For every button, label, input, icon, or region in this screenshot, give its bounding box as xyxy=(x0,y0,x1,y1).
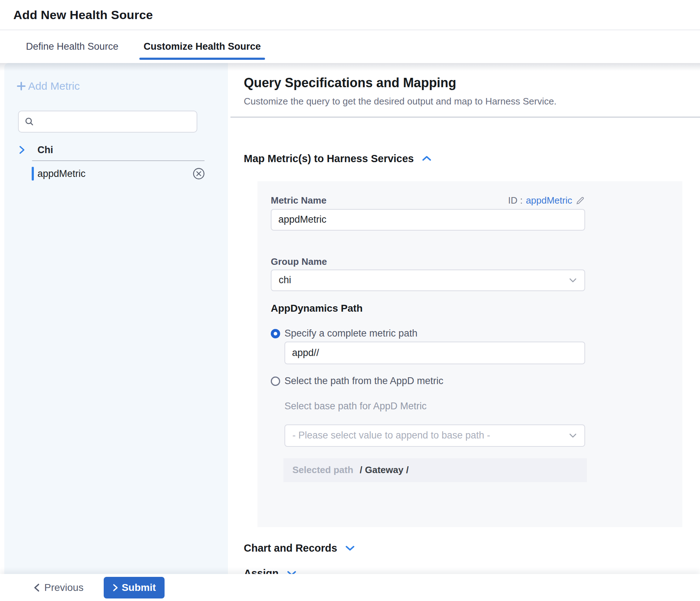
dialog-body: Add Metric Chi appdMetric xyxy=(0,63,700,574)
radio-select-label: Select the path from the AppD metric xyxy=(284,375,443,387)
submit-label: Submit xyxy=(122,582,156,593)
add-health-source-dialog: Add New Health Source Define Health Sour… xyxy=(0,0,700,601)
group-name-label: Group Name xyxy=(271,256,327,267)
metric-group-label: Chi xyxy=(37,144,53,156)
metric-name-row: Metric Name ID : appdMetric xyxy=(271,195,585,206)
tab-customize-health-source[interactable]: Customize Health Source xyxy=(139,30,265,63)
metric-id-value[interactable]: appdMetric xyxy=(526,195,572,206)
metrics-sidebar: Add Metric Chi appdMetric xyxy=(4,63,228,574)
radio-specify-label: Specify a complete metric path xyxy=(284,328,417,339)
metric-name-input[interactable] xyxy=(271,209,585,231)
group-name-value: chi xyxy=(279,275,291,286)
add-metric-button[interactable]: Add Metric xyxy=(16,80,80,92)
previous-label: Previous xyxy=(44,582,84,593)
selected-path-box: Selected path / Gateway / xyxy=(283,458,587,482)
metric-id-prefix: ID : xyxy=(508,195,522,206)
base-path-select[interactable]: - Please select value to append to base … xyxy=(284,424,585,447)
plus-icon xyxy=(16,81,26,91)
tab-define-label: Define Health Source xyxy=(26,41,118,52)
metric-item-label: appdMetric xyxy=(37,168,86,179)
group-divider xyxy=(32,160,205,161)
radio-select-appd-path[interactable]: Select the path from the AppD metric xyxy=(271,376,682,386)
chevron-right-icon xyxy=(19,145,25,155)
map-metrics-title: Map Metric(s) to Harness Services xyxy=(244,153,414,165)
submit-button[interactable]: Submit xyxy=(104,577,165,598)
chevron-down-icon xyxy=(345,544,355,552)
base-path-placeholder: - Please select value to append to base … xyxy=(292,430,490,441)
selected-metric-indicator xyxy=(32,167,34,181)
section-divider xyxy=(230,117,700,117)
remove-metric-button[interactable] xyxy=(192,167,205,180)
chevron-up-icon xyxy=(422,155,432,163)
radio-selected-icon[interactable] xyxy=(271,329,280,338)
page-title: Add New Health Source xyxy=(13,8,153,22)
search-icon xyxy=(24,117,34,126)
metric-name-label: Metric Name xyxy=(271,195,327,206)
tab-customize-label: Customize Health Source xyxy=(144,41,261,52)
metric-group-chi[interactable]: Chi xyxy=(19,144,228,155)
tab-bar: Define Health Source Customize Health So… xyxy=(0,30,700,63)
active-tab-indicator xyxy=(139,58,265,60)
chevron-left-icon xyxy=(33,583,40,592)
chevron-down-icon xyxy=(569,433,577,438)
radio-specify-metric-path[interactable]: Specify a complete metric path xyxy=(271,329,682,339)
metric-search-input[interactable] xyxy=(39,116,191,127)
section-title: Query Specifications and Mapping xyxy=(244,75,700,90)
selected-path-label: Selected path xyxy=(292,464,353,476)
chevron-right-icon xyxy=(112,583,118,592)
chevron-down-icon xyxy=(569,277,577,283)
metric-search-box xyxy=(18,111,197,133)
dialog-footer: Previous Submit xyxy=(0,574,700,601)
selected-path-value: / Gateway / xyxy=(360,464,409,476)
map-metrics-section-header[interactable]: Map Metric(s) to Harness Services xyxy=(244,153,700,165)
previous-button[interactable]: Previous xyxy=(33,582,84,593)
metric-list-item[interactable]: appdMetric xyxy=(32,166,205,181)
metric-path-input[interactable] xyxy=(284,342,585,364)
chart-records-section-header[interactable]: Chart and Records xyxy=(244,542,700,554)
group-name-select[interactable]: chi xyxy=(271,270,585,291)
base-path-label: Select base path for AppD Metric xyxy=(284,401,682,411)
radio-unselected-icon[interactable] xyxy=(271,377,280,386)
appd-path-title: AppDynamics Path xyxy=(271,303,682,314)
chart-records-title: Chart and Records xyxy=(244,542,337,554)
add-metric-label: Add Metric xyxy=(28,80,80,92)
dialog-header: Add New Health Source xyxy=(0,0,700,30)
edit-pencil-icon[interactable] xyxy=(575,196,585,205)
group-name-row: Group Name xyxy=(271,257,585,267)
map-metrics-form: Metric Name ID : appdMetric Group Name c… xyxy=(257,181,682,527)
query-spec-panel: Query Specifications and Mapping Customi… xyxy=(228,63,700,574)
section-subtitle: Customize the query to get the desired o… xyxy=(244,95,700,107)
metric-id-block: ID : appdMetric xyxy=(508,195,585,206)
tab-define-health-source[interactable]: Define Health Source xyxy=(22,30,123,63)
